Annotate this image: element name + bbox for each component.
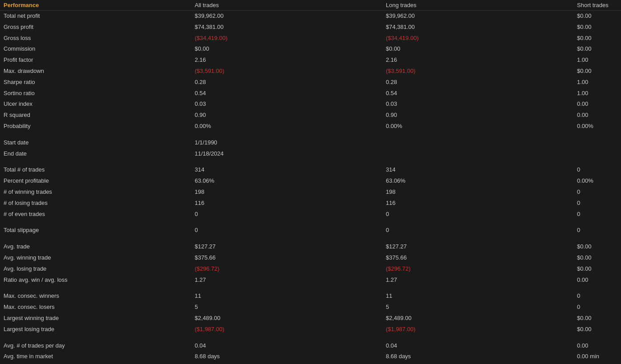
table-row: Probability0.00%0.00%0.00% — [0, 121, 621, 132]
row-short-value: $0.00 — [573, 264, 621, 275]
row-short-value: $0.00 — [573, 241, 621, 252]
table-row: Sortino ratio0.540.541.00 — [0, 88, 621, 99]
table-row: Max. consec. losers550 — [0, 302, 621, 313]
row-long-value: $127.27 — [382, 241, 573, 252]
row-label: Gross profit — [0, 22, 191, 33]
row-long-value: $0.00 — [382, 44, 573, 55]
spacer-row — [0, 132, 621, 137]
table-row: Avg. bars in trade5.985.980.00 — [0, 362, 621, 364]
row-all-value: 11/18/2024 — [191, 148, 382, 160]
row-all-value: 5.98 — [191, 362, 382, 364]
row-label: Sharpe ratio — [0, 77, 191, 88]
table-row: Ulcer index0.030.030.00 — [0, 99, 621, 110]
row-long-value: ($1,987.00) — [382, 324, 573, 335]
table-row: Total net profit$39,962.00$39,962.00$0.0… — [0, 11, 621, 22]
table-row: Ratio avg. win / avg. loss1.271.270.00 — [0, 275, 621, 286]
row-short-value: 0 — [573, 209, 621, 220]
table-header: Performance All trades Long trades Short… — [0, 0, 621, 11]
row-short-value: 0 — [573, 198, 621, 209]
header-long-trades: Long trades — [382, 0, 573, 11]
row-short-value — [573, 137, 621, 148]
row-short-value: $0.00 — [573, 324, 621, 335]
row-long-value — [382, 148, 573, 160]
row-short-value: 0 — [573, 302, 621, 313]
table-row: Largest losing trade($1,987.00)($1,987.0… — [0, 324, 621, 335]
spacer-row — [0, 220, 621, 225]
row-label: End date — [0, 148, 191, 160]
table-row: Max. drawdown($3,591.00)($3,591.00)$0.00 — [0, 66, 621, 77]
row-all-value: 198 — [191, 187, 382, 198]
row-long-value: 0.90 — [382, 110, 573, 121]
row-short-value: 1.00 — [573, 77, 621, 88]
row-long-value — [382, 137, 573, 148]
row-short-value: $0.00 — [573, 313, 621, 324]
row-short-value: 0.00 — [573, 99, 621, 110]
row-all-value: 0 — [191, 209, 382, 220]
table-row: # of losing trades1161160 — [0, 198, 621, 209]
row-short-value: $0.00 — [573, 66, 621, 77]
row-short-value: $0.00 — [573, 11, 621, 22]
row-short-value: 1.00 — [573, 88, 621, 99]
row-label: Total slippage — [0, 225, 191, 236]
row-all-value: ($1,987.00) — [191, 324, 382, 335]
row-short-value: 0.00 — [573, 362, 621, 364]
row-all-value: $0.00 — [191, 44, 382, 55]
row-label: Start date — [0, 137, 191, 148]
row-all-value: $2,489.00 — [191, 313, 382, 324]
row-long-value: 2.16 — [382, 55, 573, 66]
table-row: Largest winning trade$2,489.00$2,489.00$… — [0, 313, 621, 324]
row-label: Max. drawdown — [0, 66, 191, 77]
table-row: # of winning trades1981980 — [0, 187, 621, 198]
table-row: Total # of trades3143140 — [0, 164, 621, 176]
performance-table: Performance All trades Long trades Short… — [0, 0, 621, 364]
row-label: Avg. winning trade — [0, 252, 191, 264]
row-short-value: 0.00 — [573, 110, 621, 121]
row-label: Avg. bars in trade — [0, 362, 191, 364]
row-label: Largest losing trade — [0, 324, 191, 335]
row-all-value: 116 — [191, 198, 382, 209]
table-row: Avg. losing trade($296.72)($296.72)$0.00 — [0, 264, 621, 275]
row-long-value: ($34,419.00) — [382, 33, 573, 44]
row-label: Percent profitable — [0, 176, 191, 187]
performance-table-container: Performance All trades Long trades Short… — [0, 0, 621, 364]
row-long-value: 0.00% — [382, 121, 573, 132]
row-label: Profit factor — [0, 55, 191, 66]
row-long-value: 0 — [382, 209, 573, 220]
row-short-value — [573, 148, 621, 160]
table-row: Profit factor2.162.161.00 — [0, 55, 621, 66]
row-all-value: 5 — [191, 302, 382, 313]
row-long-value: ($296.72) — [382, 264, 573, 275]
row-all-value: 8.68 days — [191, 351, 382, 362]
row-label: Total # of trades — [0, 164, 191, 176]
row-short-value: $0.00 — [573, 22, 621, 33]
row-short-value: 0.00 — [573, 340, 621, 352]
row-all-value: ($34,419.00) — [191, 33, 382, 44]
row-all-value: ($296.72) — [191, 264, 382, 275]
row-label: Max. consec. losers — [0, 302, 191, 313]
row-short-value: 0.00 min — [573, 351, 621, 362]
row-label: Ulcer index — [0, 99, 191, 110]
row-label: Avg. time in market — [0, 351, 191, 362]
row-long-value: $2,489.00 — [382, 313, 573, 324]
row-all-value: $127.27 — [191, 241, 382, 252]
header-performance: Performance — [0, 0, 191, 11]
row-short-value: 0.00% — [573, 121, 621, 132]
row-long-value: $74,381.00 — [382, 22, 573, 33]
row-long-value: 0.03 — [382, 99, 573, 110]
row-long-value: 0.28 — [382, 77, 573, 88]
row-all-value: 0.00% — [191, 121, 382, 132]
row-all-value: 0.28 — [191, 77, 382, 88]
row-label: Ratio avg. win / avg. loss — [0, 275, 191, 286]
row-long-value: $39,962.00 — [382, 11, 573, 22]
row-all-value: 0.90 — [191, 110, 382, 121]
table-row: Start date1/1/1990 — [0, 137, 621, 148]
table-row: Avg. # of trades per day0.040.040.00 — [0, 340, 621, 352]
row-long-value: 198 — [382, 187, 573, 198]
row-label: # of even trades — [0, 209, 191, 220]
row-label: Total net profit — [0, 11, 191, 22]
table-row: Commission$0.00$0.00$0.00 — [0, 44, 621, 55]
spacer-row — [0, 159, 621, 164]
row-all-value: 11 — [191, 291, 382, 302]
row-all-value: $39,962.00 — [191, 11, 382, 22]
table-row: Gross loss($34,419.00)($34,419.00)$0.00 — [0, 33, 621, 44]
